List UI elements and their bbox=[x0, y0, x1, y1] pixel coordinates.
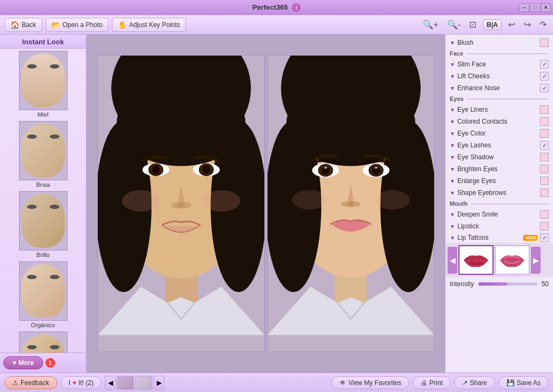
thumb-label: Orgánico bbox=[31, 322, 55, 328]
list-item[interactable]: Miel bbox=[2, 51, 84, 118]
open-photo-button[interactable]: 📂 Open a Photo bbox=[45, 18, 109, 32]
enhance-nose-arrow[interactable]: ▼ bbox=[450, 85, 455, 91]
eye-lashes-checkbox[interactable]: ✓ bbox=[540, 141, 549, 150]
minimize-button[interactable]: ─ bbox=[519, 3, 529, 12]
heart-icon: ♥ bbox=[72, 379, 76, 387]
list-item[interactable]: Orgánico bbox=[2, 332, 84, 353]
colored-contacts-label: Colored Contacts bbox=[457, 118, 538, 125]
svg-point-6 bbox=[116, 80, 245, 166]
more-button-container: ♥ More 1 bbox=[0, 353, 86, 373]
list-item[interactable]: Brillo bbox=[2, 191, 84, 258]
eye-color-checkbox[interactable] bbox=[540, 129, 549, 138]
slim-face-row: ▼ Slim Face ✓ bbox=[445, 58, 553, 70]
carousel-next-button[interactable]: ▶ bbox=[531, 247, 541, 274]
enhance-nose-label: Enhance Nose bbox=[457, 84, 538, 92]
thumb-image bbox=[19, 332, 68, 353]
lipstick-arrow[interactable]: ▼ bbox=[450, 224, 455, 229]
photo-next-button[interactable]: ▶ bbox=[154, 376, 164, 390]
share-button[interactable]: ↗ Share bbox=[454, 376, 495, 389]
deepen-smile-arrow[interactable]: ▼ bbox=[450, 212, 455, 218]
brighten-eyes-arrow[interactable]: ▼ bbox=[450, 166, 455, 172]
more-button[interactable]: ♥ More bbox=[3, 356, 43, 369]
eye-lashes-arrow[interactable]: ▼ bbox=[450, 143, 455, 148]
svg-text:Kluppe: Kluppe bbox=[469, 261, 483, 266]
title-bar: Perfect365 i ─ □ ✕ bbox=[0, 0, 553, 15]
warning-icon: ⚠ bbox=[12, 379, 18, 387]
view-favorites-button[interactable]: 👁 View My Favorites bbox=[331, 376, 409, 389]
photo-navigation: ◀ ▶ bbox=[105, 376, 164, 390]
redo-button[interactable]: ↷ bbox=[537, 18, 549, 31]
lip-thumb-2[interactable] bbox=[495, 245, 530, 275]
blush-label: Blush bbox=[457, 39, 538, 46]
open-photo-icon: 📂 bbox=[51, 21, 61, 29]
shape-eyebrows-label: Shape Eyebrows bbox=[457, 189, 538, 197]
svg-point-9 bbox=[152, 165, 159, 174]
deepen-smile-label: Deepen Smile bbox=[457, 211, 538, 218]
lipstick-checkbox[interactable] bbox=[540, 222, 549, 231]
slim-face-arrow[interactable]: ▼ bbox=[450, 62, 455, 67]
eye-shadow-checkbox[interactable] bbox=[540, 153, 549, 161]
photo-thumb-after[interactable] bbox=[135, 376, 152, 390]
blush-checkbox[interactable] bbox=[540, 38, 549, 47]
shape-eyebrows-checkbox[interactable] bbox=[540, 188, 549, 197]
undo-button[interactable]: ↩ bbox=[506, 18, 517, 31]
photo-prev-button[interactable]: ◀ bbox=[105, 376, 116, 390]
back-button[interactable]: 🏠 Back bbox=[4, 18, 42, 32]
lift-cheeks-row: ▼ Lift Cheeks ✓ bbox=[445, 70, 553, 82]
enlarge-eyes-checkbox[interactable] bbox=[540, 177, 549, 185]
adjust-icon: ✋ bbox=[118, 21, 127, 29]
ilike-button[interactable]: I ♥ It! (2) bbox=[61, 376, 102, 389]
enlarge-eyes-row: ▼ Enlarge Eyes bbox=[445, 175, 553, 187]
save-as-button[interactable]: 💾 Save As bbox=[498, 376, 549, 389]
slim-face-checkbox[interactable]: ✓ bbox=[540, 60, 549, 69]
close-button[interactable]: ✕ bbox=[541, 3, 551, 12]
photo-thumb-before[interactable] bbox=[117, 376, 134, 390]
lip-thumb-2-image bbox=[497, 249, 527, 271]
intensity-bar[interactable] bbox=[478, 282, 537, 286]
lip-thumb-1[interactable]: Kluppe bbox=[458, 245, 494, 275]
save-icon: 💾 bbox=[507, 379, 515, 387]
thumb-label: Miel bbox=[37, 111, 48, 118]
list-item[interactable]: Orgánico bbox=[2, 261, 84, 328]
lift-cheeks-checkbox[interactable]: ✓ bbox=[540, 72, 549, 80]
before-face-svg bbox=[98, 55, 264, 352]
face-preview bbox=[22, 124, 65, 178]
deepen-smile-checkbox[interactable] bbox=[540, 210, 549, 219]
eye-lashes-label: Eye Lashes bbox=[457, 141, 538, 149]
info-icon[interactable]: i bbox=[292, 3, 301, 12]
blush-arrow[interactable]: ▼ bbox=[450, 40, 455, 46]
zoom-in-button[interactable]: 🔍+ bbox=[421, 18, 441, 31]
brighten-eyes-checkbox[interactable] bbox=[540, 165, 549, 173]
colored-contacts-arrow[interactable]: ▼ bbox=[450, 119, 455, 125]
carousel-prev-button[interactable]: ◀ bbox=[448, 247, 457, 274]
eye-shadow-row: ▼ Eye Shadow bbox=[445, 151, 553, 163]
svg-point-14 bbox=[178, 202, 191, 208]
eye-shadow-arrow[interactable]: ▼ bbox=[450, 154, 455, 160]
undo2-button[interactable]: ↪ bbox=[522, 18, 533, 31]
lip-tattoos-arrow[interactable]: ▼ bbox=[450, 235, 455, 241]
eye-liners-checkbox[interactable] bbox=[540, 105, 549, 114]
feedback-button[interactable]: ⚠ Feedback bbox=[4, 376, 57, 389]
adjust-keypoints-button[interactable]: ✋ Adjust Key Points bbox=[112, 18, 186, 32]
print-button[interactable]: 🖨 Print bbox=[412, 376, 451, 389]
enlarge-eyes-label: Enlarge Eyes bbox=[457, 177, 538, 185]
lip-tattoos-checkbox[interactable]: ✓ bbox=[540, 233, 549, 242]
bia-button[interactable]: B|A bbox=[483, 19, 502, 30]
svg-point-31 bbox=[374, 166, 377, 168]
maximize-button[interactable]: □ bbox=[530, 3, 540, 12]
shape-eyebrows-arrow[interactable]: ▼ bbox=[450, 190, 455, 196]
list-item[interactable]: Brisa bbox=[2, 121, 84, 188]
brighten-eyes-row: ▼ Brighten Eyes bbox=[445, 163, 553, 175]
thumb-image bbox=[19, 121, 68, 180]
lipstick-row: ▼ Lipstick bbox=[445, 220, 553, 232]
zoom-out-button[interactable]: 🔍- bbox=[445, 18, 463, 31]
eye-liners-arrow[interactable]: ▼ bbox=[450, 107, 455, 113]
eye-color-arrow[interactable]: ▼ bbox=[450, 131, 455, 137]
thumbnail-list[interactable]: Miel Brisa Brillo Orgánico bbox=[0, 49, 86, 353]
svg-point-35 bbox=[374, 190, 410, 209]
lift-cheeks-arrow[interactable]: ▼ bbox=[450, 73, 455, 79]
fit-button[interactable]: ⊡ bbox=[467, 18, 478, 31]
enhance-nose-checkbox[interactable]: ✓ bbox=[540, 84, 549, 92]
enlarge-eyes-arrow[interactable]: ▼ bbox=[450, 178, 455, 184]
colored-contacts-checkbox[interactable] bbox=[540, 117, 549, 126]
